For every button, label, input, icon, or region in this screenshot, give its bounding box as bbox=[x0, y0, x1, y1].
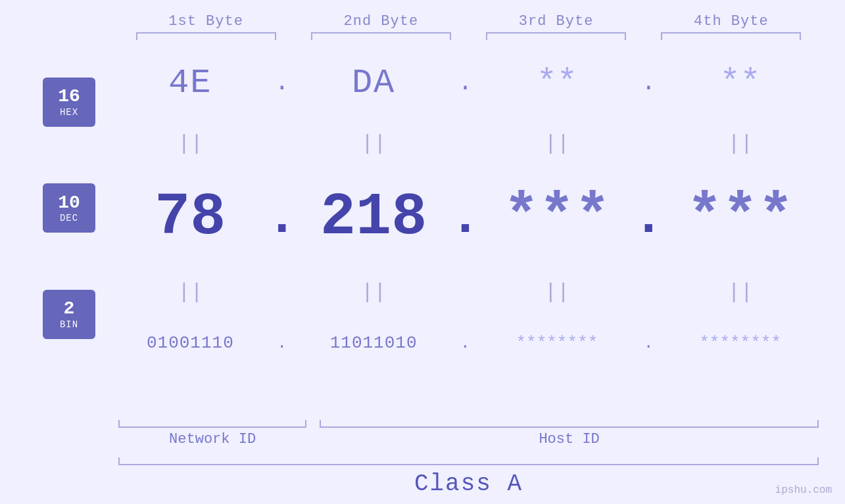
bin-badge: 2 BIN bbox=[43, 290, 95, 339]
hex-row: 4E . DA . ** . ** bbox=[112, 64, 819, 103]
bottom-section: Network ID Host ID bbox=[26, 420, 819, 447]
top-bracket-3 bbox=[486, 32, 626, 40]
hex-badge-num: 16 bbox=[58, 87, 80, 107]
class-bracket bbox=[118, 457, 819, 465]
class-section: Class A bbox=[26, 457, 819, 497]
hex-byte3: ** bbox=[479, 64, 636, 103]
bottom-bracket-network bbox=[118, 420, 306, 428]
dec-badge: 10 DEC bbox=[43, 183, 95, 233]
bin-badge-num: 2 bbox=[64, 299, 75, 319]
bin-badge-label: BIN bbox=[60, 319, 78, 330]
dec-b1-value: 78 bbox=[155, 184, 226, 251]
bottom-bracket-host bbox=[320, 420, 819, 428]
bottom-bracket-row bbox=[118, 420, 819, 428]
eq2-b1: || bbox=[112, 280, 269, 304]
bin-b2-value: 11011010 bbox=[330, 333, 418, 353]
eq1-b1: || bbox=[112, 131, 269, 156]
eq1-b2: || bbox=[295, 131, 452, 156]
network-id-label: Network ID bbox=[118, 431, 306, 447]
eq2-b3: || bbox=[479, 280, 636, 304]
watermark: ipshu.com bbox=[775, 484, 832, 496]
hex-dot3: . bbox=[635, 70, 662, 97]
top-bracket-row bbox=[26, 30, 819, 43]
eq1-b3: || bbox=[479, 131, 636, 156]
hex-dot2: . bbox=[452, 70, 479, 97]
byte4-header: 4th Byte bbox=[644, 13, 819, 30]
dec-badge-num: 10 bbox=[58, 193, 80, 214]
hex-badge: 16 HEX bbox=[43, 78, 95, 127]
dec-byte4: *** bbox=[662, 184, 819, 251]
eq-row-2: || || || || bbox=[112, 280, 819, 304]
dec-b2-value: 218 bbox=[320, 184, 427, 251]
bin-b3-value: ******** bbox=[516, 333, 598, 353]
bin-byte4: ******** bbox=[662, 333, 819, 353]
byte2-header: 2nd Byte bbox=[293, 13, 468, 30]
bin-byte2: 11011010 bbox=[295, 333, 452, 353]
bin-b4-value: ******** bbox=[699, 333, 781, 353]
hex-badge-label: HEX bbox=[60, 107, 78, 118]
dec-dot2: . bbox=[452, 188, 479, 248]
dec-dot1: . bbox=[269, 188, 295, 248]
bin-dot2: . bbox=[452, 334, 479, 352]
dec-row: 78 . 218 . *** . *** bbox=[112, 184, 819, 251]
hex-dot1: . bbox=[269, 70, 295, 97]
hex-b2-value: DA bbox=[352, 64, 395, 103]
top-bracket-2 bbox=[311, 32, 451, 40]
bracket-cell-3 bbox=[469, 30, 644, 43]
host-id-label: Host ID bbox=[320, 431, 819, 447]
class-label: Class A bbox=[118, 470, 819, 497]
hex-byte1: 4E bbox=[112, 64, 269, 103]
byte1-header: 1st Byte bbox=[118, 13, 293, 30]
bin-dot1: . bbox=[269, 334, 295, 352]
bracket-cell-1 bbox=[118, 30, 293, 43]
values-grid: 4E . DA . ** . ** bbox=[112, 49, 819, 420]
top-bracket-1 bbox=[136, 32, 276, 40]
dec-byte1: 78 bbox=[112, 184, 269, 251]
hex-b1-value: 4E bbox=[168, 64, 212, 103]
dec-dot3: . bbox=[635, 188, 662, 248]
bin-byte1: 01001110 bbox=[112, 333, 269, 353]
bin-byte3: ******** bbox=[479, 333, 636, 353]
badges-column: 16 HEX 10 DEC 2 BIN bbox=[26, 49, 112, 420]
eq-row-1: || || || || bbox=[112, 131, 819, 156]
hex-byte4: ** bbox=[662, 64, 819, 103]
top-bracket-4 bbox=[661, 32, 801, 40]
hex-b3-value: ** bbox=[537, 64, 577, 103]
dec-b4-value: *** bbox=[687, 184, 794, 251]
byte3-header: 3rd Byte bbox=[469, 13, 644, 30]
dec-byte2: 218 bbox=[295, 184, 452, 251]
bin-dot3: . bbox=[635, 334, 662, 352]
dec-byte3: *** bbox=[479, 184, 636, 251]
dec-b3-value: *** bbox=[504, 184, 610, 251]
bracket-cell-2 bbox=[293, 30, 468, 43]
bin-row: 01001110 . 11011010 . ******** . bbox=[112, 333, 819, 353]
eq2-b2: || bbox=[295, 280, 452, 304]
eq2-b4: || bbox=[662, 280, 819, 304]
hex-byte2: DA bbox=[295, 64, 452, 103]
eq1-b4: || bbox=[662, 131, 819, 156]
main-content: 16 HEX 10 DEC 2 BIN 4E . bbox=[26, 49, 819, 420]
dec-badge-label: DEC bbox=[60, 213, 78, 223]
bin-b1-value: 01001110 bbox=[147, 333, 234, 353]
main-container: 1st Byte 2nd Byte 3rd Byte 4th Byte 16 H… bbox=[0, 0, 845, 504]
bottom-labels-row: Network ID Host ID bbox=[118, 431, 819, 447]
bracket-cell-4 bbox=[644, 30, 819, 43]
byte-headers-row: 1st Byte 2nd Byte 3rd Byte 4th Byte bbox=[26, 13, 819, 30]
hex-b4-value: ** bbox=[719, 64, 760, 103]
